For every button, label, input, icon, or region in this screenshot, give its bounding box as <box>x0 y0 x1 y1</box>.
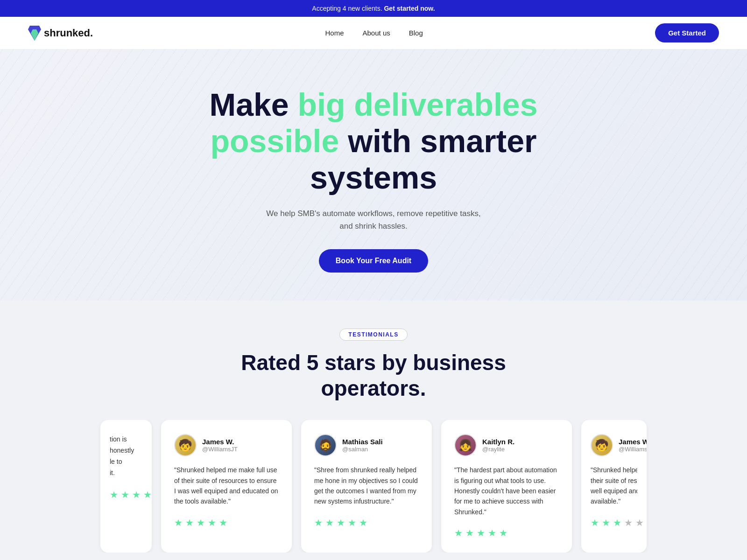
reviewer-name-1: James W. <box>202 438 238 446</box>
logo-text: shrunked. <box>44 27 93 39</box>
hero-subtitle-line1: We help SMB's automate workflows, remove… <box>266 209 480 218</box>
star-1-1: ★ <box>174 517 183 528</box>
nav-home[interactable]: Home <box>325 29 344 37</box>
nav-blog[interactable]: Blog <box>409 29 423 37</box>
hero-subtitle-line2: and shrink hassles. <box>339 222 408 231</box>
hero-cta-button[interactable]: Book Your Free Audit <box>319 249 428 273</box>
avatar-kaitlyn: 👧 <box>454 434 477 456</box>
navbar: shrunked. Home About us Blog Get Started <box>0 17 747 49</box>
reviewer-info-2: Mathias Sali @salman <box>342 438 383 453</box>
banner-cta[interactable]: Get started now. <box>384 5 435 12</box>
hero-title-green1: big deliverables <box>298 87 538 122</box>
reviewer-info-4: James W. @WilliamsJT <box>619 438 647 453</box>
star-3-1: ★ <box>454 527 463 539</box>
logo: shrunked. <box>28 26 93 41</box>
avatar-mathias: 🧔 <box>314 434 337 456</box>
hero-section: Make big deliverables possible with smar… <box>0 49 747 301</box>
hero-title-part3: with smartersystems <box>310 123 537 195</box>
stars-2: ★ ★ ★ ★ ★ <box>314 517 419 528</box>
hero-title: Make big deliverables possible with smar… <box>163 86 584 196</box>
star-3-2: ★ <box>465 527 474 539</box>
testimonials-badge: TESTIMONIALS <box>339 329 407 341</box>
testimonials-cards: tion ishonestlyle toit. ★ ★ ★ ★ ★ 🧒 Jame… <box>19 420 728 553</box>
card-2-header: 🧔 Mathias Sali @salman <box>314 434 419 456</box>
star-4-2: ★ <box>602 517 610 528</box>
hero-title-part1: Make <box>210 87 298 122</box>
star-2-4: ★ <box>348 517 356 528</box>
reviewer-name-3: Kaitlyn R. <box>482 438 514 446</box>
star-3-3: ★ <box>477 527 485 539</box>
top-banner: Accepting 4 new clients. Get started now… <box>0 0 747 17</box>
star-4: ★ <box>143 489 152 500</box>
testimonial-card-1: 🧒 James W. @WilliamsJT "Shrunked helped … <box>161 420 292 553</box>
card-3-header: 👧 Kaitlyn R. @raylite <box>454 434 559 456</box>
hero-title-green2: possible <box>210 123 339 159</box>
nav-links: Home About us Blog <box>325 29 423 37</box>
star-2-3: ★ <box>337 517 345 528</box>
star-3: ★ <box>132 489 141 500</box>
logo-icon <box>28 26 41 41</box>
testimonial-card-partial-left: tion ishonestlyle toit. ★ ★ ★ ★ ★ <box>100 420 152 553</box>
partial-left-text: tion ishonestlyle toit. <box>110 434 142 478</box>
star-4-3: ★ <box>613 517 621 528</box>
star-2: ★ <box>121 489 129 500</box>
banner-text: Accepting 4 new clients. <box>312 5 382 12</box>
card-1-header: 🧒 James W. @WilliamsJT <box>174 434 279 456</box>
stars-3: ★ ★ ★ ★ ★ <box>454 527 559 539</box>
reviewer-handle-1: @WilliamsJT <box>202 446 238 453</box>
testimonial-card-2: 🧔 Mathias Sali @salman "Shree from shrun… <box>301 420 432 553</box>
avatar-james2: 🧒 <box>591 434 613 456</box>
reviewer-info-1: James W. @WilliamsJT <box>202 438 238 453</box>
testimonials-title: Rated 5 stars by business operators. <box>233 350 514 401</box>
testimonial-card-3: 👧 Kaitlyn R. @raylite "The hardest part … <box>441 420 572 553</box>
stars-partial-left: ★ ★ ★ ★ ★ <box>110 489 142 500</box>
star-1-5: ★ <box>219 517 227 528</box>
reviewer-info-3: Kaitlyn R. @raylite <box>482 438 514 453</box>
star-4-4: ★ <box>624 517 633 528</box>
testimonial-card-partial-right: 🧒 James W. @WilliamsJT "Shrunked helped … <box>581 420 647 553</box>
star-1-3: ★ <box>197 517 205 528</box>
review-text-2: "Shree from shrunked really helped me ho… <box>314 465 419 507</box>
review-text-1: "Shrunked helped me make full use of the… <box>174 465 279 507</box>
testimonials-section: TESTIMONIALS Rated 5 stars by business o… <box>0 301 747 560</box>
card-4-header: 🧒 James W. @WilliamsJT <box>591 434 637 456</box>
star-1-4: ★ <box>208 517 216 528</box>
star-3-5: ★ <box>499 527 507 539</box>
star-1: ★ <box>110 489 118 500</box>
star-3-4: ★ <box>488 527 496 539</box>
nav-cta-button[interactable]: Get Started <box>655 23 719 42</box>
star-2-5: ★ <box>359 517 367 528</box>
stars-1: ★ ★ ★ ★ ★ <box>174 517 279 528</box>
review-text-3: "The hardest part about automation is fi… <box>454 465 559 517</box>
reviewer-name-4: James W. <box>619 438 647 446</box>
star-4-5: ★ <box>635 517 644 528</box>
avatar-james: 🧒 <box>174 434 197 456</box>
hero-subtitle: We help SMB's automate workflows, remove… <box>9 207 738 232</box>
nav-about[interactable]: About us <box>363 29 390 37</box>
star-4-1: ★ <box>591 517 599 528</box>
reviewer-handle-4: @WilliamsJT <box>619 446 647 453</box>
reviewer-handle-2: @salman <box>342 446 383 453</box>
stars-4: ★ ★ ★ ★ ★ <box>591 517 637 528</box>
reviewer-name-2: Mathias Sali <box>342 438 383 446</box>
star-2-2: ★ <box>325 517 334 528</box>
star-1-2: ★ <box>185 517 194 528</box>
review-text-4: "Shrunked helped me mtheir suite of reso… <box>591 465 637 507</box>
reviewer-handle-3: @raylite <box>482 446 514 453</box>
star-2-1: ★ <box>314 517 323 528</box>
